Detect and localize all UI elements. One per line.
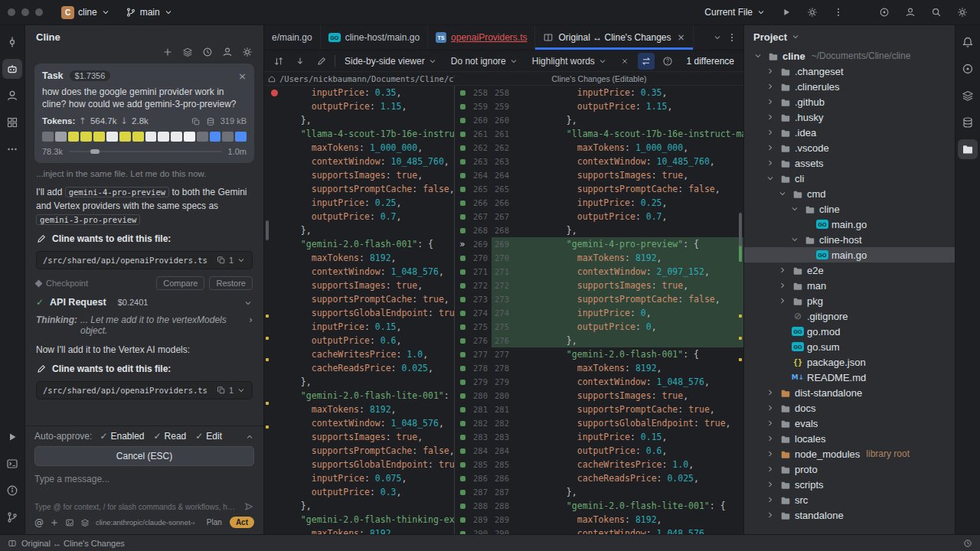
more-tools-button[interactable] bbox=[2, 139, 22, 159]
tree-item-cline[interactable]: cline~/Documents/Cline/cline bbox=[744, 48, 955, 64]
search-everywhere-button[interactable] bbox=[926, 3, 946, 21]
tree-item-docs[interactable]: docs bbox=[744, 400, 955, 416]
chevron-up-icon[interactable] bbox=[245, 432, 254, 442]
tree-item-.clinerules[interactable]: .clinerules bbox=[744, 79, 955, 94]
conversation[interactable]: ...inject in the same file. Let me do th… bbox=[25, 169, 263, 425]
auto-approve-option[interactable]: ✓Edit bbox=[195, 431, 222, 442]
project-tool-button[interactable] bbox=[958, 139, 978, 159]
window-controls[interactable] bbox=[8, 8, 43, 16]
edited-file-chip[interactable]: /src/shared/api/openaiProviders.ts 1 bbox=[36, 381, 253, 399]
close-diff-button[interactable] bbox=[616, 53, 633, 70]
close-tab-button[interactable]: × bbox=[678, 32, 685, 43]
problems-tool-button[interactable] bbox=[2, 481, 22, 500]
tree-item-scripts[interactable]: scripts bbox=[744, 477, 955, 492]
database-tool-button[interactable] bbox=[958, 112, 978, 132]
profile-button[interactable] bbox=[900, 3, 920, 21]
add-context-button[interactable] bbox=[50, 517, 59, 528]
cline-tool-button[interactable] bbox=[2, 59, 22, 79]
background-tasks-icon[interactable] bbox=[963, 538, 972, 548]
thinking-row[interactable]: Thinking: ... Let me add it to the verte… bbox=[36, 315, 253, 336]
branch-selector[interactable]: main bbox=[121, 5, 178, 20]
ai-tool-button[interactable] bbox=[958, 59, 978, 79]
tree-item-cli[interactable]: cli bbox=[744, 171, 955, 186]
structure-tool-button[interactable] bbox=[2, 112, 22, 132]
copy-task-button[interactable] bbox=[191, 116, 201, 126]
collapse-unchanged-button[interactable] bbox=[270, 53, 287, 70]
project-panel-title[interactable]: Project bbox=[753, 31, 787, 43]
edit-button[interactable] bbox=[313, 53, 330, 70]
whitespace-dropdown[interactable]: Do not ignore bbox=[446, 54, 523, 69]
chevron-down-icon[interactable] bbox=[237, 386, 246, 395]
run-button[interactable] bbox=[776, 3, 796, 21]
version-control-tool-button[interactable] bbox=[2, 507, 22, 527]
tree-item-README.md[interactable]: M↓README.md bbox=[744, 370, 955, 385]
tree-item-pkg[interactable]: pkg bbox=[744, 293, 955, 308]
tree-item-cmd[interactable]: cmd bbox=[744, 186, 955, 201]
tree-item-go.sum[interactable]: GOgo.sum bbox=[744, 339, 955, 354]
tree-item-main.go[interactable]: GOmain.go bbox=[744, 247, 955, 262]
tree-item-evals[interactable]: evals bbox=[744, 416, 955, 431]
ai-assistant-icon[interactable] bbox=[874, 3, 894, 21]
send-button[interactable] bbox=[243, 501, 254, 512]
tree-item-.changeset[interactable]: .changeset bbox=[744, 64, 955, 79]
rules-button[interactable] bbox=[80, 517, 90, 528]
tree-item-main.go[interactable]: GOmain.go bbox=[744, 217, 955, 232]
cline-settings-button[interactable] bbox=[242, 46, 253, 57]
edited-file-chip[interactable]: /src/shared/api/openaiProviders.ts 1 bbox=[36, 251, 253, 269]
mention-button[interactable]: @ bbox=[34, 517, 44, 528]
project-selector[interactable]: C cline bbox=[57, 4, 115, 21]
tab-openai-providers-ts[interactable]: TS openaiProviders.ts bbox=[428, 25, 535, 50]
compare-button[interactable]: Compare bbox=[156, 276, 204, 290]
tree-item-assets[interactable]: assets bbox=[744, 155, 955, 171]
tree-item-standalone[interactable]: standalone bbox=[744, 507, 955, 523]
more-actions-button[interactable] bbox=[828, 3, 848, 21]
new-task-button[interactable] bbox=[162, 46, 173, 57]
tree-item-cline[interactable]: cline bbox=[744, 201, 955, 217]
api-request-row[interactable]: ✓ API Request $0.2401 bbox=[36, 297, 253, 308]
left-scrollbar[interactable] bbox=[265, 86, 270, 534]
tree-item-dist-standalone[interactable]: dist-standalone bbox=[744, 385, 955, 400]
pull-requests-tool-button[interactable] bbox=[2, 86, 22, 106]
tree-item-.github[interactable]: .github bbox=[744, 94, 955, 109]
mcp-servers-button[interactable] bbox=[182, 46, 193, 57]
act-mode-button[interactable]: Act bbox=[230, 517, 254, 528]
image-button[interactable] bbox=[65, 517, 74, 528]
history-button[interactable] bbox=[202, 46, 213, 57]
swap-sides-button[interactable] bbox=[638, 53, 655, 70]
viewer-mode-dropdown[interactable]: Side-by-side viewer bbox=[340, 54, 442, 69]
tab-list-chevron-icon[interactable] bbox=[713, 33, 722, 42]
message-input[interactable] bbox=[34, 471, 254, 497]
tree-item-node_modules[interactable]: node_moduleslibrary root bbox=[744, 446, 955, 461]
account-button[interactable] bbox=[222, 46, 233, 57]
tab-cline-host-main-go[interactable]: GO cline-host/main.go bbox=[321, 25, 428, 50]
auto-approve-row[interactable]: Auto-approve: ✓Enabled✓Read✓Edit bbox=[34, 431, 254, 442]
mode-toggle[interactable]: Plan Act bbox=[201, 517, 254, 528]
task-card[interactable]: Task $1.7356 × how does the google gemin… bbox=[34, 64, 254, 163]
auto-approve-option[interactable]: ✓Enabled bbox=[100, 431, 144, 442]
run-tool-button[interactable] bbox=[2, 427, 22, 447]
commit-tool-button[interactable] bbox=[2, 32, 22, 52]
chevron-down-icon[interactable] bbox=[791, 32, 800, 41]
tree-item-src[interactable]: src bbox=[744, 492, 955, 507]
tree-item-cline-host[interactable]: cline-host bbox=[744, 232, 955, 247]
model-selector[interactable]: cline:anthropic/claude-sonnet-4.5 bbox=[96, 518, 194, 527]
plan-mode-button[interactable]: Plan bbox=[201, 517, 228, 528]
tree-item-.gitignore[interactable]: ⊘.gitignore bbox=[744, 308, 955, 324]
context-slider[interactable] bbox=[69, 151, 222, 152]
notifications-button[interactable] bbox=[958, 32, 978, 52]
highlight-mode-dropdown[interactable]: Highlight words bbox=[528, 54, 612, 69]
tab-options-kebab-icon[interactable] bbox=[727, 32, 737, 43]
close-task-button[interactable]: × bbox=[238, 70, 247, 82]
right-scrollbar[interactable] bbox=[738, 86, 743, 534]
tree-item-locales[interactable]: locales bbox=[744, 431, 955, 446]
tree-item-go.mod[interactable]: GOgo.mod bbox=[744, 324, 955, 339]
tree-item-man[interactable]: man bbox=[744, 278, 955, 293]
next-difference-button[interactable] bbox=[292, 53, 309, 70]
tab-main-go[interactable]: e/main.go bbox=[264, 25, 321, 50]
tree-item-e2e[interactable]: e2e bbox=[744, 262, 955, 278]
tree-item-.husky[interactable]: .husky bbox=[744, 109, 955, 125]
chevron-down-icon[interactable] bbox=[243, 298, 253, 308]
chevron-down-icon[interactable] bbox=[237, 256, 246, 265]
tree-item-package.json[interactable]: {}package.json bbox=[744, 354, 955, 370]
dependencies-tool-button[interactable] bbox=[958, 86, 978, 106]
